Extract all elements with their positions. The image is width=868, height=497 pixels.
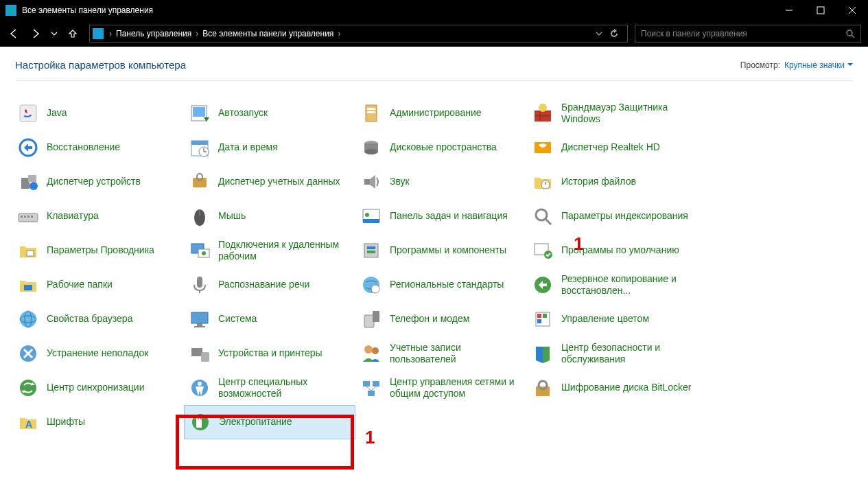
item-icon [531,342,554,365]
view-selector[interactable]: Крупные значки [784,60,853,70]
cp-item[interactable]: Региональные стандарты [355,268,527,302]
item-label: Панель задач и навигация [390,210,508,222]
item-label: Мышь [218,210,246,222]
item-label: Телефон и модем [390,313,469,325]
item-label: Рабочие папки [47,279,113,291]
cp-item[interactable]: История файлов [527,165,699,199]
item-label: Брандмауэр Защитника Windows [561,102,694,126]
cp-item[interactable]: Клавиатура [12,199,184,233]
cp-item[interactable]: Мышь [184,199,355,233]
window-icon: ⊞ [5,5,16,16]
cp-item[interactable]: Электропитание [184,405,355,439]
cp-item[interactable]: Администрирование [355,96,527,130]
cp-item[interactable]: Дата и время [184,130,355,165]
item-label: Электропитание [219,416,292,428]
cp-item[interactable]: Восстановление [12,130,184,165]
cp-item[interactable]: Учетные записи пользователей [355,336,527,371]
cp-item[interactable]: Устройства и принтеры [184,336,355,371]
item-icon [531,205,554,228]
cp-item[interactable]: Java [12,96,184,130]
item-label: Клавиатура [47,210,99,222]
cp-item[interactable]: Диспетчер учетных данных [184,165,355,199]
item-label: Программы по умолчанию [561,244,679,257]
svg-rect-92 [817,7,824,14]
cp-item[interactable]: Распознавание речи [184,268,355,302]
cp-item[interactable]: Диспетчер Realtek HD [527,130,699,165]
forward-button[interactable] [26,24,45,43]
item-icon [360,239,383,262]
cp-item[interactable]: Программы и компоненты [355,233,527,268]
chevron-down-icon [847,62,853,68]
cp-item[interactable]: Диспетчер устройств [12,165,184,199]
nav-row: › Панель управления › Все элементы панел… [0,21,868,47]
cp-item[interactable]: Подключения к удаленным рабочим [184,233,355,268]
close-button[interactable] [836,0,868,21]
item-icon [188,273,211,297]
cp-item[interactable]: Центр специальных возможностей [184,371,355,405]
chevron-down-icon[interactable] [596,30,602,37]
cp-item[interactable]: Центр управления сетями и общим доступом [355,371,527,405]
items-grid: JavaАвтозапускАдминистрированиеБрандмауэ… [12,96,853,439]
item-icon [16,170,40,194]
titlebar: ⊞ Все элементы панели управления [0,0,868,21]
cp-item[interactable]: Управление цветом [527,302,699,336]
item-icon [360,273,383,297]
item-label: Диспетчер Realtek HD [561,141,660,154]
cp-item[interactable]: Параметры Проводника [12,233,184,268]
cp-item[interactable]: Параметры индексирования [527,199,699,233]
item-label: Система [218,313,257,325]
svg-line-96 [852,35,854,38]
breadcrumb-current[interactable]: Все элементы панели управления [200,29,336,38]
chevron-right-icon: › [108,29,113,38]
breadcrumb-root[interactable]: Панель управления [113,29,194,38]
cp-item[interactable]: Дисковые пространства [355,130,527,165]
item-label: Дата и время [218,141,278,154]
cp-item[interactable]: Автозапуск [184,96,355,130]
cp-item[interactable]: Центр синхронизации [12,371,184,405]
recent-dropdown[interactable] [48,24,60,43]
cp-item[interactable]: Шифрование диска BitLocker [527,371,699,405]
item-icon [188,205,211,228]
item-icon [188,239,211,262]
cp-item[interactable]: Звук [355,165,527,199]
item-label: Региональные стандарты [390,279,504,291]
item-icon [360,102,383,125]
item-label: Свойства браузера [47,313,132,325]
item-label: Восстановление [47,141,120,154]
search-input[interactable]: Поиск в панели управления [635,25,861,43]
item-label: Диспетчер учетных данных [218,176,340,188]
minimize-button[interactable] [773,0,805,21]
cp-item[interactable]: Центр безопасности и обслуживания [527,336,699,371]
cp-item[interactable]: Брандмауэр Защитника Windows [527,96,699,130]
cp-item[interactable]: Система [184,302,355,336]
item-icon [360,170,383,194]
cp-item[interactable]: Панель задач и навигация [355,199,527,233]
up-button[interactable] [63,24,82,43]
cp-item[interactable]: Рабочие папки [12,268,184,302]
item-label: Дисковые пространства [390,141,497,154]
maximize-button[interactable] [805,0,836,21]
item-label: Шифрование диска BitLocker [561,382,692,394]
cp-item[interactable]: Свойства браузера [12,302,184,336]
item-label: Устранение неполадок [47,347,148,360]
cp-item[interactable]: Резервное копирование и восстановлен... [527,268,699,302]
item-icon [16,308,40,331]
address-bar[interactable]: › Панель управления › Все элементы панел… [89,25,628,43]
item-icon [360,376,383,400]
svg-point-95 [847,30,852,36]
view-value-text: Крупные значки [784,60,845,70]
item-icon [189,411,212,434]
refresh-icon[interactable] [609,29,619,38]
item-label: Резервное копирование и восстановлен... [561,273,694,297]
cp-item[interactable]: Программы по умолчанию [527,233,699,268]
cp-item[interactable]: Шрифты [12,405,184,439]
item-label: Диспетчер устройств [47,176,141,188]
cp-item[interactable]: Устранение неполадок [12,336,184,371]
item-icon [531,308,554,331]
item-icon [531,239,554,262]
content-area: Настройка параметров компьютера Просмотр… [0,47,868,452]
item-icon [531,273,554,297]
item-label: Java [47,107,67,119]
cp-item[interactable]: Телефон и модем [355,302,527,336]
back-button[interactable] [4,24,23,43]
